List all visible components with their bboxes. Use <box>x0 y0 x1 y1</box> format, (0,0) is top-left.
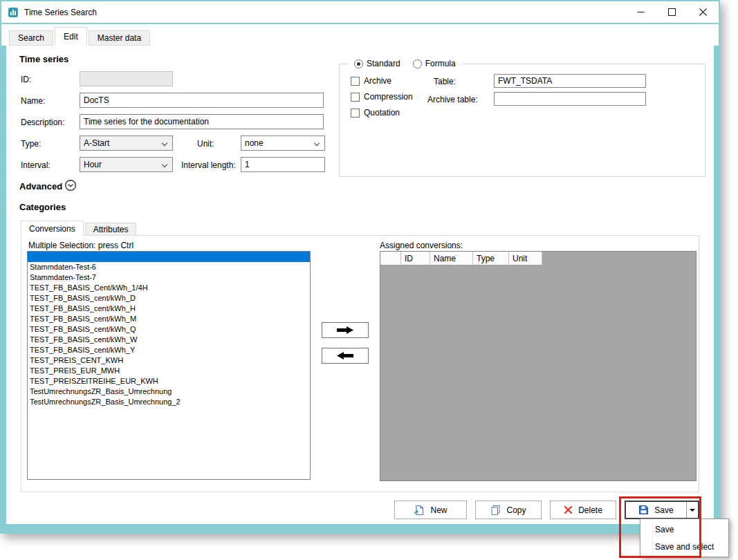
advanced-toggle-button[interactable] <box>64 179 77 192</box>
minimize-icon <box>637 8 645 16</box>
menu-item[interactable]: Save and select <box>640 538 728 555</box>
chevron-down-icon <box>314 140 320 146</box>
arrow-left-icon <box>336 351 354 360</box>
caret-down-icon <box>690 509 695 512</box>
description-input[interactable] <box>80 114 324 129</box>
column-header[interactable]: Type <box>473 252 509 265</box>
maximize-icon <box>668 8 676 16</box>
list-item[interactable]: TEST_FB_BASIS_cent/kWh_M <box>28 314 310 324</box>
floppy-disk-icon <box>638 505 649 515</box>
compression-checkbox[interactable]: Compression <box>351 92 413 102</box>
list-item[interactable]: TEST_FB_BASIS_cent/kWh_Q <box>28 324 310 335</box>
list-item[interactable]: TEST_FB_BASIS_cent/kWh_W <box>28 335 310 345</box>
list-item[interactable]: Stammdaten-Test-7 <box>28 272 310 283</box>
save-button-label: Save <box>654 505 673 515</box>
archive-table-label: Archive table: <box>427 95 478 104</box>
list-item[interactable]: TestUmrechnungsZR_Basis_Umrechnung_2 <box>28 397 310 407</box>
tab-master-data[interactable]: Master data <box>89 30 150 46</box>
tab-conversions[interactable]: Conversions <box>21 221 84 236</box>
tab-search[interactable]: Search <box>9 30 53 46</box>
tab-attributes[interactable]: Attributes <box>85 223 137 236</box>
minimize-button[interactable] <box>625 1 656 23</box>
delete-button[interactable]: Delete <box>550 501 616 519</box>
time-series-heading: Time series <box>19 54 68 64</box>
quotation-checkbox-label: Quotation <box>364 108 400 118</box>
arrow-right-icon <box>336 326 354 335</box>
column-header[interactable]: ID <box>401 252 430 265</box>
multi-select-hint: Multiple Selection: press Ctrl <box>28 241 133 250</box>
list-item[interactable]: TEST_PREIS_CENT_KWH <box>28 355 310 366</box>
description-label: Description: <box>21 118 64 127</box>
type-combobox-value: A-Start <box>84 138 109 148</box>
interval-length-input[interactable] <box>241 157 325 172</box>
quotation-checkbox[interactable]: Quotation <box>351 108 400 118</box>
id-input <box>80 71 173 86</box>
list-item[interactable]: TEST_FB_BASIS_cent/kWh_H <box>28 304 310 314</box>
unit-label: Unit: <box>197 139 214 149</box>
save-dropdown-arrow[interactable] <box>686 502 698 518</box>
list-item[interactable]: TEST_FB_BASIS_cent/kWh_Y <box>28 345 310 355</box>
table-input[interactable] <box>494 74 646 88</box>
new-document-icon <box>414 505 425 516</box>
list-item[interactable]: TestUmrechnungsZR_Basis_Umrechnung <box>28 386 310 397</box>
list-item[interactable]: TEST_FB_BASIS_cent/kWh_D <box>28 293 310 304</box>
assigned-table-header: IDNameTypeUnit <box>380 252 696 265</box>
categories-heading: Categories <box>19 202 66 212</box>
list-item[interactable]: TEST_PREIS_EUR_MWH <box>28 366 310 376</box>
new-button[interactable]: New <box>394 501 467 519</box>
unit-combobox-value: none <box>245 138 264 148</box>
edit-tab-page: Time series ID: Name: Description: Type:… <box>6 46 714 524</box>
maximize-button[interactable] <box>656 1 688 23</box>
copy-button[interactable]: Copy <box>475 501 542 519</box>
column-header[interactable] <box>380 252 401 265</box>
column-header[interactable]: Name <box>430 252 473 265</box>
archive-table-input[interactable] <box>494 92 646 106</box>
bar-chart-icon <box>8 7 19 18</box>
standard-radio-label: Standard <box>367 59 400 68</box>
radio-selected-icon <box>354 59 363 68</box>
formula-radio[interactable]: Formula <box>407 57 462 70</box>
save-button[interactable]: Save <box>625 501 699 519</box>
unassign-button[interactable] <box>322 348 369 364</box>
type-combobox[interactable]: A-Start <box>80 136 173 151</box>
interval-length-label: Interval length: <box>181 160 236 170</box>
name-label: Name: <box>21 96 45 106</box>
window-controls <box>625 1 719 23</box>
close-button[interactable] <box>688 1 719 23</box>
tab-edit[interactable]: Edit <box>55 27 87 46</box>
interval-combobox-value: Hour <box>84 160 102 169</box>
checkbox-icon <box>351 93 360 102</box>
save-menu: SaveSave and select <box>640 519 729 557</box>
name-input[interactable] <box>80 93 324 108</box>
column-header[interactable]: Unit <box>509 252 542 265</box>
assigned-conversions-label: Assigned conversions: <box>380 241 463 250</box>
conversions-tab-page: Multiple Selection: press Ctrl Stammdate… <box>21 235 699 492</box>
unit-combobox[interactable]: none <box>241 136 325 151</box>
categories-tab-bar: Conversions Attributes <box>21 221 138 236</box>
interval-label: Interval: <box>21 160 50 170</box>
titlebar: Time Series Search <box>1 1 719 23</box>
archive-checkbox[interactable]: Archive <box>351 76 391 86</box>
interval-combobox[interactable]: Hour <box>80 157 173 172</box>
chevron-down-circle-icon <box>64 179 77 192</box>
list-item[interactable] <box>28 252 310 262</box>
tab-conversions-label: Conversions <box>29 224 75 234</box>
assigned-conversions-table[interactable]: IDNameTypeUnit <box>380 251 697 481</box>
compression-checkbox-label: Compression <box>364 92 413 102</box>
list-item[interactable]: TEST_FB_BASIS_Cent/kWh_1/4H <box>28 283 310 293</box>
storage-groupbox: Standard Formula Archive Compression Quo… <box>339 64 705 177</box>
assign-button[interactable] <box>322 322 369 338</box>
chevron-down-icon <box>162 162 167 167</box>
tab-search-label: Search <box>18 33 44 43</box>
checkbox-icon <box>351 77 360 86</box>
storage-mode-radios: Standard Formula <box>348 57 462 70</box>
type-label: Type: <box>21 139 41 149</box>
checkbox-icon <box>351 109 360 118</box>
list-item[interactable]: Stammdaten-Test-6 <box>28 262 310 272</box>
copy-icon <box>490 505 501 515</box>
tab-master-data-label: Master data <box>98 33 141 43</box>
conversions-listbox[interactable]: Stammdaten-Test-6Stammdaten-Test-7TEST_F… <box>27 251 311 480</box>
standard-radio[interactable]: Standard <box>348 57 407 70</box>
menu-item[interactable]: Save <box>640 521 728 538</box>
list-item[interactable]: TEST_PREISZEITREIHE_EUR_KWH <box>28 376 310 386</box>
